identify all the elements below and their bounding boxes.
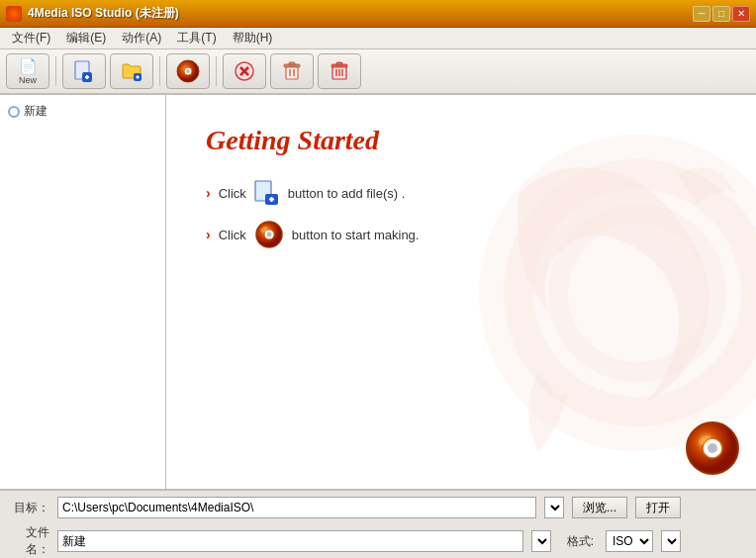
new-label: New: [19, 75, 37, 85]
tree-item-icon: [8, 106, 20, 118]
title-text: 4Media ISO Studio (未注册): [28, 5, 179, 22]
make-button[interactable]: [166, 53, 210, 89]
toolbar: New: [0, 49, 756, 95]
format-label: 格式:: [567, 533, 594, 550]
browse-button[interactable]: 浏览...: [572, 497, 627, 518]
format-dropdown-arrow[interactable]: ▼: [661, 530, 681, 552]
add-folder-button[interactable]: [110, 53, 153, 89]
format-select[interactable]: ISO BIN: [606, 530, 653, 552]
getting-started-title: Getting Started: [206, 125, 716, 156]
filename-dropdown[interactable]: ▼: [531, 530, 551, 552]
add-file-icon: [73, 60, 95, 82]
target-path-input[interactable]: [57, 497, 536, 518]
target-row: 目标： ▼ 浏览... 打开: [12, 497, 744, 518]
tree-item-new[interactable]: 新建: [4, 101, 161, 122]
tree-item-label: 新建: [24, 103, 47, 120]
toolbar-sep-3: [216, 56, 217, 86]
gs-bullet-2: ›: [206, 227, 211, 242]
svg-point-37: [708, 443, 717, 453]
close-button[interactable]: ✕: [732, 6, 750, 22]
menu-bar: 文件(F) 编辑(E) 动作(A) 工具(T) 帮助(H): [0, 28, 756, 49]
toolbar-sep-2: [159, 56, 160, 86]
menu-file[interactable]: 文件(F): [4, 28, 58, 48]
cancel-button[interactable]: [223, 53, 266, 89]
toolbar-sep-1: [55, 56, 56, 86]
clear-icon: [329, 60, 350, 82]
filename-label: 文件名：: [12, 524, 49, 558]
add-file-button[interactable]: [62, 53, 106, 89]
gs-make-text: button to start making.: [292, 228, 420, 242]
gs-row-1: › Click button to add file(s) .: [206, 180, 716, 206]
svg-point-9: [186, 69, 190, 73]
gs-add-icon: [254, 180, 280, 206]
right-content: Getting Started › Click button to add fi…: [166, 95, 756, 489]
logo-area: [685, 420, 740, 479]
new-icon: [19, 58, 38, 74]
gs-click-1: Click: [219, 186, 246, 201]
bottom-bar: 目标： ▼ 浏览... 打开 文件名： ▼ 格式: ISO BIN ▼: [0, 489, 756, 558]
main-area: 新建 Getting Started › Click: [0, 95, 756, 489]
gs-bullet-1: ›: [206, 185, 211, 201]
delete-button[interactable]: [270, 53, 314, 89]
svg-rect-20: [336, 62, 342, 65]
add-folder-icon: [121, 60, 142, 82]
menu-help[interactable]: 帮助(H): [225, 28, 281, 48]
title-buttons: ─ □ ✕: [693, 6, 750, 22]
open-button[interactable]: 打开: [635, 497, 681, 518]
title-bar: 4Media ISO Studio (未注册) ─ □ ✕: [0, 0, 756, 28]
gs-row-2: › Click: [206, 220, 716, 249]
new-button[interactable]: New: [6, 53, 49, 89]
make-icon: [176, 59, 200, 83]
svg-rect-13: [286, 66, 298, 79]
title-bar-left: 4Media ISO Studio (未注册): [6, 5, 179, 22]
maximize-button[interactable]: □: [712, 6, 730, 22]
minimize-button[interactable]: ─: [693, 6, 710, 22]
gs-make-icon: [254, 220, 284, 249]
menu-tools[interactable]: 工具(T): [169, 28, 224, 48]
gs-click-2: Click: [219, 228, 246, 242]
left-panel: 新建: [0, 95, 166, 489]
filename-row: 文件名： ▼ 格式: ISO BIN ▼: [12, 524, 744, 558]
menu-action[interactable]: 动作(A): [114, 28, 169, 48]
target-path-dropdown[interactable]: ▼: [544, 497, 564, 518]
app-icon: [6, 6, 22, 22]
svg-point-33: [266, 232, 271, 237]
menu-edit[interactable]: 编辑(E): [58, 28, 114, 48]
svg-rect-15: [289, 62, 295, 65]
gs-add-text: button to add file(s) .: [288, 186, 406, 201]
target-label: 目标：: [12, 500, 49, 516]
delete-icon: [281, 60, 303, 82]
cancel-icon: [234, 60, 255, 82]
clear-button[interactable]: [318, 53, 361, 89]
logo-disc: [685, 420, 740, 476]
filename-input[interactable]: [57, 530, 523, 552]
getting-started-panel: Getting Started › Click button to add fi…: [166, 95, 756, 293]
